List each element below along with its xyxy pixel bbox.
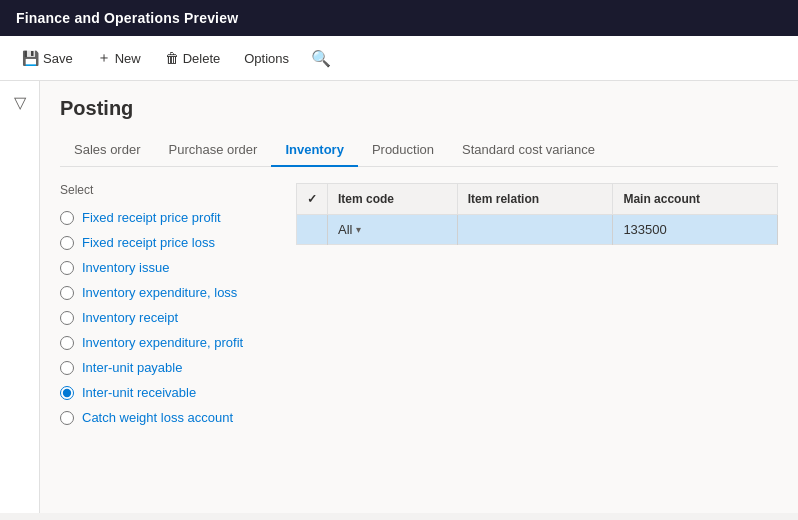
- delete-button[interactable]: 🗑 Delete: [155, 45, 231, 71]
- radio-catch-weight-loss-account[interactable]: [60, 411, 74, 425]
- radio-label-inventory-expenditure-profit: Inventory expenditure, profit: [82, 335, 243, 350]
- tab-standard-cost-variance[interactable]: Standard cost variance: [448, 134, 609, 167]
- list-item[interactable]: Fixed receipt price profit: [60, 205, 280, 230]
- save-button[interactable]: 💾 Save: [12, 45, 83, 71]
- tab-inventory[interactable]: Inventory: [271, 134, 358, 167]
- radio-label-inter-unit-payable: Inter-unit payable: [82, 360, 182, 375]
- radio-inter-unit-payable[interactable]: [60, 361, 74, 375]
- radio-label-inventory-receipt: Inventory receipt: [82, 310, 178, 325]
- radio-label-inventory-expenditure-loss: Inventory expenditure, loss: [82, 285, 237, 300]
- dropdown-arrow-icon[interactable]: ▾: [356, 224, 361, 235]
- save-icon: 💾: [22, 50, 39, 66]
- row-main-account[interactable]: 133500: [613, 215, 778, 245]
- data-table: ✓ Item code Item relation Main account A…: [296, 183, 778, 245]
- radio-label-inventory-issue: Inventory issue: [82, 260, 169, 275]
- new-button[interactable]: ＋ New: [87, 44, 151, 72]
- table-area: ✓ Item code Item relation Main account A…: [296, 183, 778, 430]
- radio-label-fixed-receipt-price-loss: Fixed receipt price loss: [82, 235, 215, 250]
- toolbar: 💾 Save ＋ New 🗑 Delete Options 🔍: [0, 36, 798, 81]
- new-icon: ＋: [97, 49, 111, 67]
- tab-production[interactable]: Production: [358, 134, 448, 167]
- top-bar: Finance and Operations Preview: [0, 0, 798, 36]
- list-item[interactable]: Fixed receipt price loss: [60, 230, 280, 255]
- radio-inventory-issue[interactable]: [60, 261, 74, 275]
- list-item[interactable]: Catch weight loss account: [60, 405, 280, 430]
- list-item[interactable]: Inventory expenditure, loss: [60, 280, 280, 305]
- page-title: Posting: [60, 97, 778, 120]
- tab-sales-order[interactable]: Sales order: [60, 134, 154, 167]
- radio-inventory-expenditure-loss[interactable]: [60, 286, 74, 300]
- item-code-value: All: [338, 222, 352, 237]
- table-row[interactable]: All ▾ 133500: [297, 215, 778, 245]
- table-header-row: ✓ Item code Item relation Main account: [297, 184, 778, 215]
- app-title: Finance and Operations Preview: [16, 10, 238, 26]
- list-item[interactable]: Inventory expenditure, profit: [60, 330, 280, 355]
- content-area: Posting Sales order Purchase order Inven…: [40, 81, 798, 513]
- list-item[interactable]: Inventory issue: [60, 255, 280, 280]
- tab-purchase-order[interactable]: Purchase order: [154, 134, 271, 167]
- radio-inter-unit-receivable[interactable]: [60, 386, 74, 400]
- inner-layout: Select Fixed receipt price profit Fixed …: [60, 183, 778, 430]
- column-header-main-account: Main account: [613, 184, 778, 215]
- column-header-item-code: Item code: [328, 184, 458, 215]
- select-panel: Select Fixed receipt price profit Fixed …: [60, 183, 280, 430]
- column-header-check: ✓: [297, 184, 328, 215]
- list-item[interactable]: Inter-unit receivable: [60, 380, 280, 405]
- select-label: Select: [60, 183, 280, 197]
- list-item[interactable]: Inter-unit payable: [60, 355, 280, 380]
- filter-icon[interactable]: ▽: [10, 89, 30, 116]
- tabs: Sales order Purchase order Inventory Pro…: [60, 134, 778, 167]
- row-item-relation[interactable]: [457, 215, 613, 245]
- radio-inventory-expenditure-profit[interactable]: [60, 336, 74, 350]
- options-button[interactable]: Options: [234, 46, 299, 71]
- list-item[interactable]: Inventory receipt: [60, 305, 280, 330]
- row-item-code[interactable]: All ▾: [328, 215, 458, 245]
- search-icon: 🔍: [311, 50, 331, 67]
- main-layout: ▽ Posting Sales order Purchase order Inv…: [0, 81, 798, 513]
- radio-label-catch-weight-loss-account: Catch weight loss account: [82, 410, 233, 425]
- delete-icon: 🗑: [165, 50, 179, 66]
- row-check: [297, 215, 328, 245]
- radio-fixed-receipt-price-profit[interactable]: [60, 211, 74, 225]
- radio-label-fixed-receipt-price-profit: Fixed receipt price profit: [82, 210, 221, 225]
- column-header-item-relation: Item relation: [457, 184, 613, 215]
- sidebar: ▽: [0, 81, 40, 513]
- search-button[interactable]: 🔍: [303, 45, 339, 72]
- radio-inventory-receipt[interactable]: [60, 311, 74, 325]
- radio-label-inter-unit-receivable: Inter-unit receivable: [82, 385, 196, 400]
- radio-fixed-receipt-price-loss[interactable]: [60, 236, 74, 250]
